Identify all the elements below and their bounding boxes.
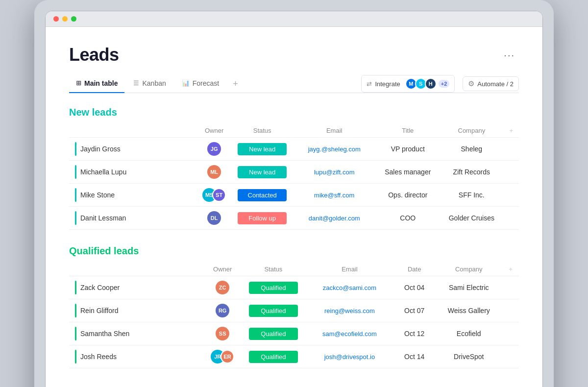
col-status-nl: Status [232,124,293,138]
table-row[interactable]: Samantha Shen SS Qualified sam@ecofield.… [69,322,519,345]
name-cell: Danit Lessman [69,207,196,230]
name-cell: Josh Reeds [69,345,204,368]
date-cell: Oct 04 [393,276,435,299]
kanban-icon: ☰ [133,79,139,87]
owner-cell: JR ER [204,345,241,368]
page-title: Leads [69,45,119,65]
company-cell: Weiss Gallery [435,299,503,322]
traffic-light-yellow [62,16,68,22]
qualified-leads-title: Qualified leads [69,245,519,257]
col-add-ql[interactable]: + [503,263,519,276]
email-link[interactable]: danit@golder.com [309,215,360,222]
avatar: ER [220,350,234,363]
badge-darkblue: H [425,78,437,90]
col-add-nl[interactable]: + [503,124,519,138]
row-indicator [75,281,76,294]
badge-count: +2 [439,80,450,88]
email-cell: danit@golder.com [293,207,376,230]
automate-icon: ⚙ [468,79,474,88]
add-cell [503,207,519,230]
page-header: Leads ··· [69,45,519,65]
date-cell: Oct 12 [393,322,435,345]
name-cell: Jaydin Gross [69,138,196,161]
avatar: ZC [216,281,229,294]
integrate-button[interactable]: ⇄ Integrate M S H +2 [361,75,455,93]
name-cell: Rein Glifford [69,299,204,322]
table-row[interactable]: Danit Lessman DL Follow up danit@golder.… [69,207,519,230]
automate-button[interactable]: ⚙ Automate / 2 [463,76,519,91]
traffic-light-green [71,16,76,22]
status-badge: New lead [238,143,287,155]
col-date-ql: Date [393,263,435,276]
company-cell: Sami Electric [435,276,503,299]
status-cell: Qualified [241,299,305,322]
email-cell: zackco@sami.com [305,276,393,299]
tab-main-table[interactable]: ⊞ Main table [69,75,124,93]
col-company-ql: Company [435,263,503,276]
col-owner-ql: Owner [204,263,241,276]
name-cell: Mike Stone [69,184,196,207]
avatar: RG [216,304,229,317]
add-tab-button[interactable]: + [228,76,243,92]
company-cell: Ecofield [435,322,503,345]
row-indicator [75,188,76,202]
email-cell: mike@sff.com [293,184,376,207]
col-name-nl [69,124,196,138]
avatar: DL [207,211,221,225]
col-email-ql: Email [305,263,393,276]
owner-cell: RG [204,299,241,322]
avatar: JG [207,142,221,156]
more-menu-button[interactable]: ··· [500,48,519,63]
email-cell: reing@weiss.com [305,299,393,322]
avatar-group: JR ER [211,350,234,363]
email-cell: josh@drivespot.io [305,345,393,368]
date-cell: Oct 07 [393,299,435,322]
table-row[interactable]: Zack Cooper ZC Qualified zackco@sami.com… [69,276,519,299]
tabs-right: ⇄ Integrate M S H +2 ⚙ Automate / 2 [361,75,519,93]
row-indicator [75,165,76,179]
table-row[interactable]: Josh Reeds JR ER Qualified josh@drivespo… [69,345,519,368]
title-cell: COO [376,207,440,230]
row-indicator [75,304,76,317]
table-row[interactable]: Mike Stone MS ST Contacted mike@sff.com … [69,184,519,207]
table-row[interactable]: Michaella Lupu ML New lead lupu@zift.com… [69,161,519,184]
avatar: ST [212,188,226,202]
name-cell: Samantha Shen [69,322,204,345]
status-cell: New lead [232,138,293,161]
email-link[interactable]: jayg.@sheleg.com [308,145,361,153]
status-cell: Qualified [241,322,305,345]
col-company-nl: Company [440,124,503,138]
company-cell: Sheleg [440,138,503,161]
email-link[interactable]: josh@drivespot.io [324,353,375,361]
qualified-leads-table: Owner Status Email Date Company + Zack C… [69,263,519,368]
tab-forecast[interactable]: 📊 Forecast [175,75,226,93]
tabs-row: ⊞ Main table ☰ Kanban 📊 Forecast + [69,75,519,93]
status-cell: New lead [232,161,293,184]
col-email-nl: Email [293,124,376,138]
main-table-icon: ⊞ [76,79,81,87]
new-leads-table: Owner Status Email Title Company + Jaydi… [69,124,519,230]
table-row[interactable]: Rein Glifford RG Qualified reing@weiss.c… [69,299,519,322]
row-indicator [75,350,76,363]
forecast-icon: 📊 [182,79,190,87]
tab-kanban[interactable]: ☰ Kanban [126,75,172,93]
email-link[interactable]: reing@weiss.com [324,307,375,314]
email-link[interactable]: lupu@zift.com [314,169,355,176]
email-link[interactable]: sam@ecofield.com [322,330,377,338]
owner-cell: SS [204,322,241,345]
status-cell: Qualified [241,276,305,299]
status-cell: Contacted [232,184,293,207]
company-cell: Golder Cruises [440,207,503,230]
table-row[interactable]: Jaydin Gross JG New lead jayg.@sheleg.co… [69,138,519,161]
qualified-leads-section: Qualified leads Owner Status Email Date … [69,245,519,368]
status-cell: Qualified [241,345,305,368]
email-link[interactable]: zackco@sami.com [323,284,376,291]
col-title-nl: Title [376,124,440,138]
owner-cell: JG [196,138,232,161]
status-badge: Contacted [238,189,287,201]
status-badge: Qualified [249,305,298,317]
email-link[interactable]: mike@sff.com [314,192,354,199]
add-cell [503,138,519,161]
app-badges: M S H +2 [403,78,450,90]
add-cell [503,299,519,322]
